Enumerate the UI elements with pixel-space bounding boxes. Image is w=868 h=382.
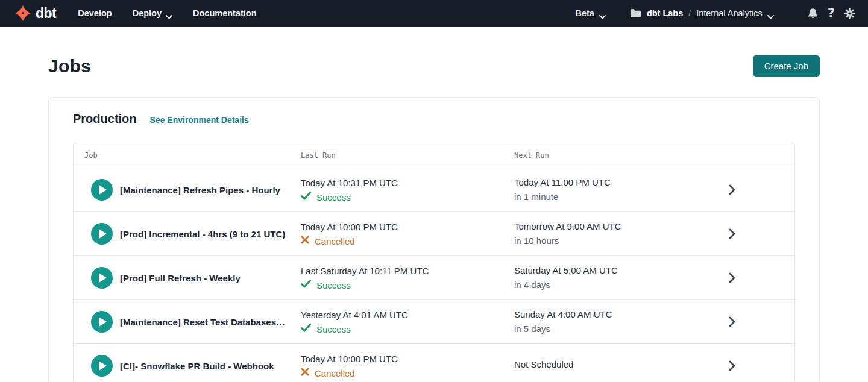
last-run-status: Success: [301, 192, 514, 202]
next-run-cell: Saturday At 5:00 AM UTC in 4 days: [514, 265, 713, 291]
play-icon: [99, 185, 107, 195]
last-run-cell: Yesterday At 4:01 AM UTC Success: [301, 309, 514, 334]
chevron-down-icon: [599, 11, 606, 16]
next-run-relative: in 10 hours: [514, 235, 713, 247]
column-header-last-run: Last Run: [301, 151, 514, 160]
next-run-relative: in 1 minute: [514, 191, 713, 203]
last-run-status: Success: [301, 280, 514, 290]
last-run-time: Today At 10:00 PM UTC: [301, 353, 514, 365]
cancelled-x-icon: [301, 236, 309, 246]
next-run-time: Saturday At 5:00 AM UTC: [514, 265, 713, 277]
last-run-cell: Today At 10:00 PM UTC Cancelled: [301, 353, 514, 378]
create-job-button[interactable]: Create Job: [753, 55, 820, 77]
status-label: Success: [316, 324, 351, 334]
environment-card: Production See Environment Details Job L…: [48, 97, 820, 382]
next-run-time: Sunday At 4:00 AM UTC: [514, 308, 713, 321]
row-chevron-right-icon[interactable]: [713, 316, 735, 327]
last-run-status: Success: [301, 324, 514, 334]
jobs-table-header: Job Last Run Next Run: [74, 143, 794, 168]
job-row[interactable]: [Maintenance] Refresh Pipes - Hourly Tod…: [74, 168, 794, 211]
nav-item-deploy[interactable]: Deploy: [133, 8, 172, 18]
job-row[interactable]: [Prod] Full Refresh - Weekly Last Saturd…: [74, 255, 794, 299]
success-check-icon: [301, 192, 311, 202]
breadcrumb-separator: /: [688, 8, 691, 18]
next-run-cell: Sunday At 4:00 AM UTC in 5 days: [514, 308, 713, 335]
run-job-play-button[interactable]: [91, 355, 113, 377]
run-job-play-button[interactable]: [91, 179, 113, 201]
jobs-table-body: [Maintenance] Refresh Pipes - Hourly Tod…: [74, 168, 794, 382]
column-header-job: Job: [84, 151, 301, 160]
last-run-time: Today At 10:31 PM UTC: [301, 177, 514, 189]
notifications-bell-icon[interactable]: [807, 7, 819, 20]
play-icon: [99, 317, 107, 327]
status-label: Success: [316, 192, 351, 202]
row-chevron-right-icon[interactable]: [713, 360, 735, 371]
next-run-time: Today At 11:00 PM UTC: [514, 177, 713, 189]
run-job-play-button[interactable]: [91, 267, 113, 289]
success-check-icon: [301, 324, 311, 334]
nav-item-documentation[interactable]: Documentation: [193, 8, 257, 18]
last-run-status: Cancelled: [301, 368, 514, 378]
nav-item-develop[interactable]: Develop: [78, 8, 112, 18]
see-environment-details-link[interactable]: See Environment Details: [150, 115, 249, 125]
play-icon: [99, 229, 107, 239]
job-name: [CI]- Snowflake PR Build - Webhook: [120, 361, 301, 371]
job-row[interactable]: [Maintenance] Reset Test Databases - W..…: [74, 299, 794, 343]
dbt-logo-text: dbt: [36, 5, 56, 22]
next-run-time: Tomorrow At 9:00 AM UTC: [514, 221, 713, 233]
last-run-time: Last Saturday At 10:11 PM UTC: [301, 265, 514, 277]
status-label: Success: [316, 280, 351, 290]
chevron-down-icon: [767, 11, 774, 16]
play-icon: [99, 361, 107, 371]
dbt-logo[interactable]: dbt: [14, 5, 56, 22]
status-label: Cancelled: [315, 368, 355, 378]
job-row[interactable]: [CI]- Snowflake PR Build - Webhook Today…: [74, 343, 794, 382]
next-run-cell: Tomorrow At 9:00 AM UTC in 10 hours: [514, 221, 713, 247]
job-name: [Maintenance] Reset Test Databases - W..…: [120, 317, 301, 327]
success-check-icon: [301, 280, 311, 290]
job-row[interactable]: [Prod] Incremental - 4hrs (9 to 21 UTC) …: [74, 211, 794, 255]
page-title: Jobs: [48, 56, 91, 77]
next-run-cell: Not Scheduled: [514, 359, 713, 372]
next-run-time: Not Scheduled: [514, 359, 713, 371]
folder-icon: [630, 8, 641, 18]
play-icon: [99, 273, 107, 283]
last-run-time: Today At 10:00 PM UTC: [301, 221, 514, 233]
job-name: [Prod] Incremental - 4hrs (9 to 21 UTC): [120, 229, 301, 239]
status-label: Cancelled: [315, 236, 355, 246]
environment-name: Production: [73, 112, 137, 126]
top-navbar: dbt Develop Deploy Documentation Beta db…: [0, 0, 868, 27]
account-name[interactable]: dbt Labs: [647, 8, 683, 18]
beta-dropdown[interactable]: Beta: [575, 8, 605, 18]
job-name: [Prod] Full Refresh - Weekly: [120, 273, 301, 283]
last-run-cell: Last Saturday At 10:11 PM UTC Success: [301, 265, 514, 290]
row-chevron-right-icon[interactable]: [713, 228, 735, 239]
row-chevron-right-icon[interactable]: [713, 184, 735, 195]
next-run-relative: in 5 days: [514, 323, 713, 335]
cancelled-x-icon: [301, 368, 309, 378]
column-header-next-run: Next Run: [514, 151, 713, 160]
last-run-cell: Today At 10:31 PM UTC Success: [301, 177, 514, 202]
dbt-logo-icon: [14, 5, 31, 22]
last-run-time: Yesterday At 4:01 AM UTC: [301, 309, 514, 321]
help-icon[interactable]: ?: [828, 6, 835, 20]
jobs-table: Job Last Run Next Run [Maintenance] Refr…: [73, 143, 795, 382]
last-run-cell: Today At 10:00 PM UTC Cancelled: [301, 221, 514, 246]
gear-icon[interactable]: [843, 7, 856, 20]
row-chevron-right-icon[interactable]: [713, 272, 735, 283]
run-job-play-button[interactable]: [91, 311, 113, 333]
last-run-status: Cancelled: [301, 236, 514, 246]
chevron-down-icon: [166, 11, 172, 16]
next-run-relative: in 4 days: [514, 279, 713, 291]
project-dropdown[interactable]: Internal Analytics: [696, 8, 774, 18]
next-run-cell: Today At 11:00 PM UTC in 1 minute: [514, 177, 713, 203]
job-name: [Maintenance] Refresh Pipes - Hourly: [120, 185, 301, 195]
run-job-play-button[interactable]: [91, 223, 113, 245]
